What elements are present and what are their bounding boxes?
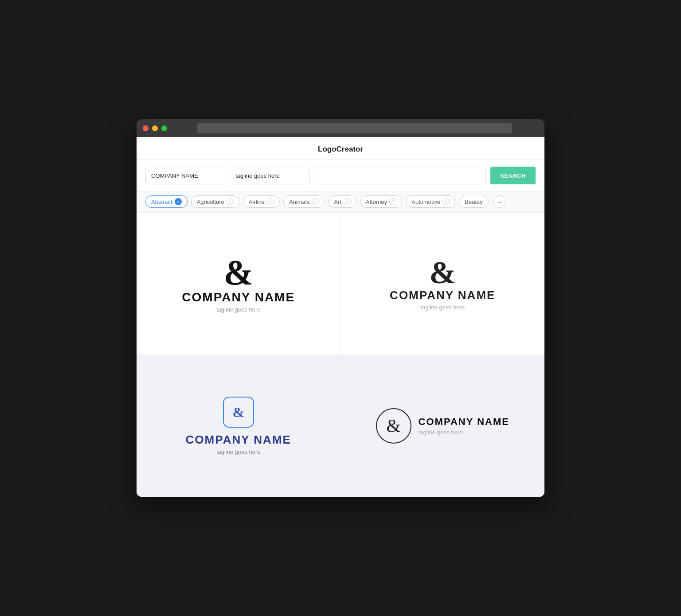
logo-4-symbol: & xyxy=(376,408,411,444)
app-window: LogoCreator SEARCH Abstract Agriculture … xyxy=(137,119,544,497)
filter-automotive[interactable]: Automotive xyxy=(406,195,455,208)
filter-attorney-check-icon xyxy=(389,198,396,205)
logo-4-inner: & COMPANY NAME tagline goes here xyxy=(376,408,509,444)
filter-agriculture-label: Agriculture xyxy=(197,199,224,205)
color-input[interactable] xyxy=(314,167,486,184)
filter-attorney-label: Attorney xyxy=(366,199,387,205)
logo-4-company: COMPANY NAME xyxy=(419,416,509,428)
logo-card-2[interactable]: & COMPANY NAME tagline goes here xyxy=(341,213,545,355)
search-button[interactable]: SEARCH xyxy=(490,167,536,184)
filter-agriculture[interactable]: Agriculture xyxy=(191,195,239,208)
filter-art-label: Art xyxy=(334,199,341,205)
company-name-input[interactable] xyxy=(145,167,225,184)
maximize-button[interactable] xyxy=(161,125,167,131)
filter-art-check-icon xyxy=(344,198,351,205)
minimize-button[interactable] xyxy=(152,125,158,131)
filter-automotive-check-icon xyxy=(442,198,450,205)
logo-3-icon-box: & xyxy=(223,397,254,428)
logo-3-company: COMPANY NAME xyxy=(186,433,291,447)
app-content: LogoCreator SEARCH Abstract Agriculture … xyxy=(137,137,544,497)
filter-airline-check-icon xyxy=(267,198,274,205)
logo-3-tagline: tagline goes here xyxy=(216,448,261,455)
logo-4-text: COMPANY NAME tagline goes here xyxy=(419,416,509,436)
filter-agriculture-check-icon xyxy=(227,198,234,205)
filter-animals-label: Animals xyxy=(289,199,309,205)
filter-animals[interactable]: Animals xyxy=(283,195,325,208)
logo-grid: & COMPANY NAME tagline goes here & COMPA… xyxy=(137,213,544,497)
filter-animals-check-icon xyxy=(312,198,319,205)
filter-abstract[interactable]: Abstract xyxy=(145,195,188,208)
url-bar[interactable] xyxy=(197,123,512,133)
logo-1-symbol: & xyxy=(223,255,253,290)
titlebar xyxy=(137,119,544,137)
app-title: LogoCreator xyxy=(318,145,363,153)
filter-airline-label: Airline xyxy=(249,199,265,205)
tagline-input[interactable] xyxy=(230,167,309,184)
logo-card-4[interactable]: & COMPANY NAME tagline goes here xyxy=(341,355,545,497)
filter-attorney[interactable]: Attorney xyxy=(360,195,402,208)
logo-2-tagline: tagline goes here xyxy=(420,304,465,311)
logo-2-company: COMPANY NAME xyxy=(390,289,495,302)
filter-art[interactable]: Art xyxy=(328,195,356,208)
logo-card-3[interactable]: & COMPANY NAME tagline goes here xyxy=(137,355,340,497)
search-bar: SEARCH xyxy=(137,160,544,191)
logo-2-symbol: & xyxy=(429,257,456,289)
logo-card-1[interactable]: & COMPANY NAME tagline goes here xyxy=(137,213,340,355)
filter-airline[interactable]: Airline xyxy=(243,195,280,208)
filter-beauty[interactable]: Beauty xyxy=(459,196,488,208)
logo-4-tagline: tagline goes here xyxy=(419,429,509,436)
filter-beauty-label: Beauty xyxy=(465,199,482,205)
filter-automotive-label: Automotive xyxy=(411,199,440,205)
app-header: LogoCreator xyxy=(137,137,544,160)
filter-abstract-check-icon xyxy=(175,198,182,205)
logo-1-tagline: tagline goes here xyxy=(216,306,261,313)
close-button[interactable] xyxy=(143,125,149,131)
filter-abstract-label: Abstract xyxy=(151,199,172,205)
filter-next-button[interactable]: → xyxy=(493,195,505,208)
logo-3-symbol: & xyxy=(232,404,244,421)
filter-bar: Abstract Agriculture Airline Animals Art… xyxy=(137,191,544,213)
logo-1-company: COMPANY NAME xyxy=(182,290,295,304)
